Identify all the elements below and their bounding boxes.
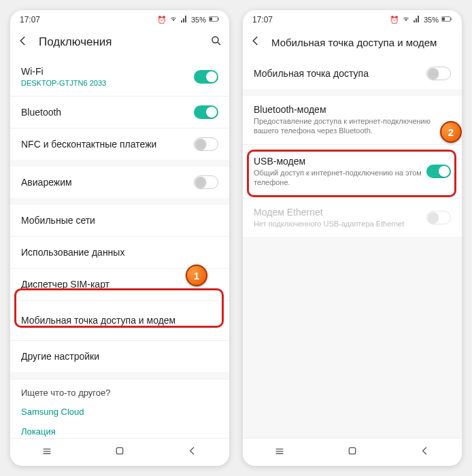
row-mobile-hotspot[interactable]: Мобильная точка доступа bbox=[243, 58, 462, 89]
battery-text: 35% bbox=[191, 16, 206, 24]
wifi-toggle[interactable] bbox=[194, 70, 218, 84]
status-bar: 17:07 ⏰ 35% bbox=[10, 10, 229, 29]
page-title: Мобильная точка доступа и модем bbox=[271, 37, 455, 48]
signal-icon bbox=[413, 15, 421, 24]
row-usb-modem[interactable]: USB-модем Общий доступ к интернет-подклю… bbox=[243, 144, 462, 199]
row-airplane[interactable]: Авиарежим bbox=[10, 167, 229, 198]
link-location[interactable]: Локация bbox=[10, 422, 229, 438]
back-icon[interactable] bbox=[17, 35, 29, 50]
svg-rect-15 bbox=[349, 447, 355, 454]
nfc-label: NFC и бесконтактные платежи bbox=[21, 139, 194, 150]
eth-modem-label: Модем Ethernet bbox=[254, 207, 426, 218]
svg-point-3 bbox=[212, 37, 218, 43]
settings-list: Wi-Fi DESKTOP-GTJTN6 2033 Bluetooth NFC … bbox=[10, 58, 229, 438]
bluetooth-label: Bluetooth bbox=[21, 107, 194, 118]
svg-rect-2 bbox=[218, 18, 218, 20]
airplane-toggle[interactable] bbox=[194, 175, 218, 189]
hotspot-label: Мобильная точка доступа и модем bbox=[21, 315, 218, 326]
signal-icon bbox=[180, 15, 188, 24]
sim-label: Диспетчер SIM-карт bbox=[21, 279, 218, 290]
status-time: 17:07 bbox=[252, 15, 273, 24]
bluetooth-toggle[interactable] bbox=[194, 105, 218, 119]
nav-home-icon[interactable] bbox=[114, 445, 125, 459]
svg-rect-10 bbox=[442, 18, 445, 21]
nav-recents-icon[interactable] bbox=[41, 445, 52, 459]
alarm-icon: ⏰ bbox=[157, 16, 167, 24]
looking-hint: Ищете что-то другое? bbox=[10, 379, 229, 402]
row-data-usage[interactable]: Использование данных bbox=[10, 236, 229, 268]
battery-text: 35% bbox=[424, 16, 439, 24]
row-nfc[interactable]: NFC и бесконтактные платежи bbox=[10, 128, 229, 160]
page-title: Подключения bbox=[39, 35, 201, 49]
bt-modem-label: Bluetooth-модем bbox=[254, 104, 435, 115]
header: Мобильная точка доступа и модем bbox=[243, 29, 462, 58]
nav-bar bbox=[243, 438, 462, 466]
mobile-hotspot-toggle[interactable] bbox=[426, 67, 451, 80]
wifi-icon bbox=[169, 15, 178, 24]
row-wifi[interactable]: Wi-Fi DESKTOP-GTJTN6 2033 bbox=[10, 58, 229, 96]
usb-modem-sub: Общий доступ к интернет-подключению на э… bbox=[254, 168, 426, 188]
battery-icon bbox=[209, 16, 220, 24]
eth-modem-sub: Нет подключенного USB-адаптера Ethernet bbox=[254, 219, 426, 228]
mobile-networks-label: Мобильные сети bbox=[21, 215, 218, 226]
link-samsung-cloud[interactable]: Samsung Cloud bbox=[10, 402, 229, 422]
bt-modem-sub: Предоставление доступа к интернет-подклю… bbox=[254, 116, 435, 136]
settings-list: Мобильная точка доступа Bluetooth-модем … bbox=[243, 58, 462, 438]
nav-bar bbox=[10, 438, 229, 466]
wifi-label: Wi-Fi bbox=[21, 66, 194, 77]
phone-left: 17:07 ⏰ 35% Подключения Wi bbox=[10, 10, 229, 466]
airplane-label: Авиарежим bbox=[21, 177, 194, 188]
nav-back-icon[interactable] bbox=[187, 445, 198, 459]
status-icons: ⏰ 35% bbox=[390, 15, 452, 24]
row-hotspot[interactable]: Мобильная точка доступа и модем bbox=[10, 300, 229, 340]
other-label: Другие настройки bbox=[21, 351, 218, 362]
usb-modem-label: USB-модем bbox=[254, 156, 426, 167]
nav-back-icon[interactable] bbox=[420, 445, 431, 459]
header: Подключения bbox=[10, 29, 229, 58]
alarm-icon: ⏰ bbox=[390, 16, 399, 24]
mobile-hotspot-label: Мобильная точка доступа bbox=[254, 68, 426, 79]
row-bluetooth[interactable]: Bluetooth bbox=[10, 96, 229, 128]
back-icon[interactable] bbox=[250, 35, 262, 50]
usb-modem-toggle[interactable] bbox=[426, 165, 451, 178]
status-bar: 17:07 ⏰ 35% bbox=[243, 10, 462, 29]
status-icons: ⏰ 35% bbox=[157, 15, 220, 24]
nav-recents-icon[interactable] bbox=[274, 445, 285, 459]
row-bt-modem[interactable]: Bluetooth-модем Предоставление доступа к… bbox=[243, 96, 462, 144]
battery-icon bbox=[441, 16, 452, 24]
nfc-toggle[interactable] bbox=[194, 137, 218, 151]
row-mobile-networks[interactable]: Мобильные сети bbox=[10, 205, 229, 236]
row-eth-modem: Модем Ethernet Нет подключенного USB-ада… bbox=[243, 198, 462, 237]
svg-line-4 bbox=[218, 42, 220, 45]
phone-right: 17:07 ⏰ 35% Мобильная точка доступа и мо… bbox=[243, 10, 462, 466]
data-usage-label: Использование данных bbox=[21, 247, 218, 258]
status-time: 17:07 bbox=[20, 15, 40, 24]
eth-modem-toggle bbox=[426, 211, 451, 224]
svg-rect-8 bbox=[116, 447, 122, 454]
wifi-icon bbox=[402, 15, 410, 24]
svg-rect-11 bbox=[450, 18, 451, 20]
row-other[interactable]: Другие настройки bbox=[10, 340, 229, 372]
search-icon[interactable] bbox=[210, 35, 222, 50]
wifi-sub: DESKTOP-GTJTN6 2033 bbox=[21, 78, 194, 88]
svg-rect-1 bbox=[209, 18, 212, 21]
nav-home-icon[interactable] bbox=[347, 445, 358, 459]
row-sim[interactable]: Диспетчер SIM-карт bbox=[10, 268, 229, 300]
